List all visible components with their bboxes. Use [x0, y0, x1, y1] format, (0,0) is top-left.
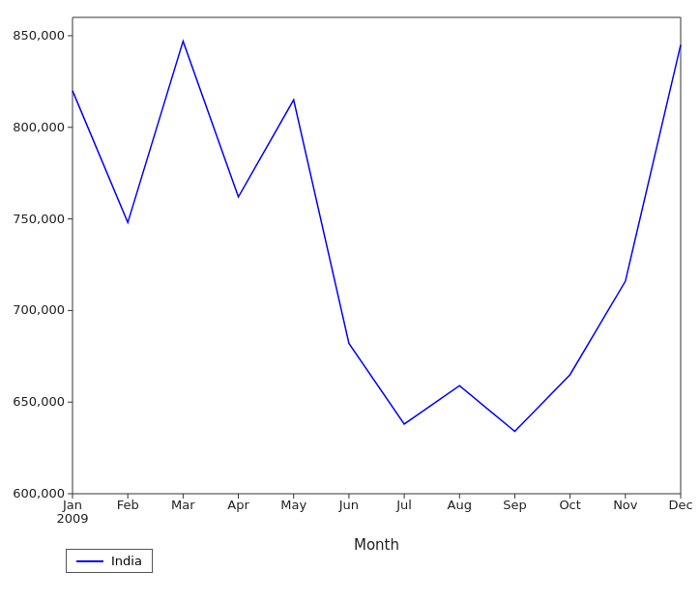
svg-text:Oct: Oct [559, 498, 580, 512]
svg-text:Jun: Jun [338, 498, 359, 512]
svg-text:Dec: Dec [668, 498, 692, 512]
svg-text:Feb: Feb [117, 498, 139, 512]
svg-text:Mar: Mar [171, 498, 195, 512]
svg-text:700,000: 700,000 [13, 302, 65, 317]
svg-text:May: May [280, 498, 306, 512]
chart-container: 600,000650,000700,000750,000800,000850,0… [0, 0, 700, 600]
svg-text:Month: Month [354, 536, 399, 554]
legend-box: India [66, 549, 153, 573]
svg-text:650,000: 650,000 [13, 394, 65, 409]
legend-label: India [111, 554, 142, 568]
svg-text:750,000: 750,000 [13, 212, 65, 226]
svg-text:850,000: 850,000 [13, 28, 65, 43]
svg-text:800,000: 800,000 [13, 120, 65, 134]
svg-text:Sep: Sep [503, 498, 527, 512]
chart-svg: 600,000650,000700,000750,000800,000850,0… [0, 0, 700, 600]
legend-line-icon [76, 560, 103, 562]
svg-text:Nov: Nov [613, 498, 638, 512]
svg-text:Jan: Jan [62, 498, 82, 512]
svg-text:Apr: Apr [227, 498, 249, 512]
svg-text:2009: 2009 [56, 511, 88, 526]
svg-text:Aug: Aug [448, 498, 472, 512]
svg-text:600,000: 600,000 [13, 486, 65, 500]
svg-text:Jul: Jul [395, 498, 412, 512]
